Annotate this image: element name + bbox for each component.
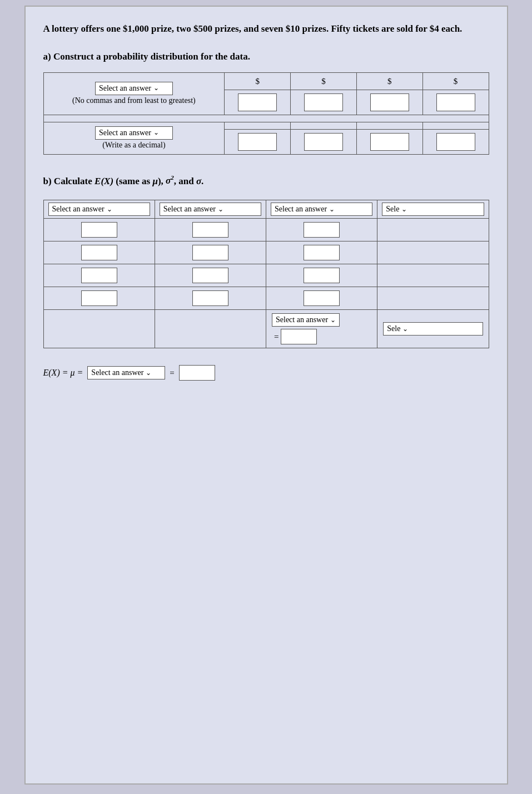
calc-table: Select an answer ⌄ Select an answer ⌄ Se… xyxy=(43,200,489,348)
ex-select-label: Select an answer xyxy=(91,368,143,377)
prob-distribution-table: Select an answer ⌄ (No commas and from l… xyxy=(43,72,489,155)
calc-input-3-2[interactable] xyxy=(192,268,228,283)
calc-select-sum2-wrapper[interactable]: Sele ⌄ xyxy=(383,322,483,336)
calc-d1-c4 xyxy=(377,219,489,241)
calc-select-sum2-label: Sele xyxy=(387,324,400,333)
calc-select-3-label: Select an answer xyxy=(275,205,327,214)
calc-select-3-chevron: ⌄ xyxy=(329,205,335,214)
part-b-prefix: b) Calculate xyxy=(43,175,95,186)
calc-select-sum-label: Select an answer xyxy=(276,315,328,324)
calc-input-1-1[interactable] xyxy=(81,222,117,238)
part-a-section: a) Construct a probability distribution … xyxy=(43,51,489,155)
select-x-chevron: ⌄ xyxy=(153,84,159,92)
calc-input-2-3[interactable] xyxy=(304,245,340,260)
dollar-sign-4: $ xyxy=(454,77,458,86)
x-input-4[interactable] xyxy=(436,93,475,111)
calc-data-row-1 xyxy=(43,219,489,241)
calc-header-4: Sele ⌄ xyxy=(377,200,489,219)
calc-d4-c2 xyxy=(155,287,266,310)
calc-select-4-label: Sele xyxy=(386,205,399,214)
x-input-3-cell xyxy=(356,90,422,115)
dollar-2-cell: $ xyxy=(291,72,357,90)
calc-input-4-3[interactable] xyxy=(304,290,340,306)
px-input-4[interactable] xyxy=(436,133,475,151)
calc-header-1: Select an answer ⌄ xyxy=(43,200,155,219)
calc-d4-c1 xyxy=(43,287,155,310)
select-x-wrapper[interactable]: Select an answer ⌄ xyxy=(95,82,173,95)
table-row-header-x: Select an answer ⌄ (No commas and from l… xyxy=(43,72,489,90)
calc-sum-c1 xyxy=(43,310,155,348)
calc-select-1-wrapper[interactable]: Select an answer ⌄ xyxy=(48,203,150,216)
calc-input-4-2[interactable] xyxy=(192,290,228,306)
px-spacer-2 xyxy=(291,122,357,129)
part-b-s3: , and xyxy=(174,175,196,186)
ex-select-chevron: ⌄ xyxy=(146,369,151,377)
select-px-chevron: ⌄ xyxy=(153,129,159,137)
px-input-3-cell xyxy=(356,129,422,154)
calc-sum-c3: Select an answer ⌄ = xyxy=(266,310,377,348)
calc-select-4-wrapper[interactable]: Sele ⌄ xyxy=(382,203,484,216)
calc-select-2-label: Select an answer xyxy=(163,205,216,214)
calc-data-row-3 xyxy=(43,264,489,287)
select-px-label: Select an answer xyxy=(99,129,151,137)
calc-data-row-4 xyxy=(43,287,489,310)
calc-select-1-chevron: ⌄ xyxy=(107,205,112,214)
calc-input-3-3[interactable] xyxy=(304,268,340,283)
separator-row xyxy=(43,115,489,122)
x-input-1-cell xyxy=(225,90,291,115)
part-b-sigma: σ xyxy=(196,175,201,186)
px-input-3[interactable] xyxy=(370,133,409,151)
ex-result-row: E(X) = μ = Select an answer ⌄ = xyxy=(43,365,489,381)
calc-d1-c2 xyxy=(155,219,266,241)
no-commas-label: (No commas and from least to greatest) xyxy=(48,95,220,106)
select-px-wrapper[interactable]: Select an answer ⌄ xyxy=(95,126,173,140)
px-input-1[interactable] xyxy=(238,133,277,151)
calc-select-2-wrapper[interactable]: Select an answer ⌄ xyxy=(160,203,261,216)
ex-equals: = xyxy=(170,368,174,378)
ex-result-input[interactable] xyxy=(179,365,215,381)
calc-d4-c4 xyxy=(377,287,489,310)
dollar-3-cell: $ xyxy=(356,72,422,90)
dollar-4-cell: $ xyxy=(422,72,489,90)
sum-input[interactable] xyxy=(281,329,317,344)
sum-equals-sign: = xyxy=(274,332,279,342)
calc-input-1-3[interactable] xyxy=(304,222,340,238)
calc-header-row: Select an answer ⌄ Select an answer ⌄ Se… xyxy=(43,200,489,219)
calc-sum-c4: Sele ⌄ xyxy=(377,310,489,348)
calc-input-2-2[interactable] xyxy=(192,245,228,260)
px-label-cell: Select an answer ⌄ (Write as a decimal) xyxy=(43,122,225,154)
write-decimal-label: (Write as a decimal) xyxy=(48,140,220,151)
calc-select-2-chevron: ⌄ xyxy=(218,205,223,214)
x-input-2-cell xyxy=(291,90,357,115)
part-b-sigma2: σ2 xyxy=(166,175,174,186)
dollar-sign-3: $ xyxy=(387,77,392,86)
x-input-1[interactable] xyxy=(238,93,277,111)
ex-select-wrapper[interactable]: Select an answer ⌄ xyxy=(87,366,165,379)
sum-c3-content: Select an answer ⌄ = xyxy=(272,313,371,344)
calc-d3-c2 xyxy=(155,264,266,287)
calc-input-4-1[interactable] xyxy=(81,290,117,306)
calc-d3-c1 xyxy=(43,264,155,287)
x-input-3[interactable] xyxy=(370,93,409,111)
px-spacer-4 xyxy=(422,122,489,129)
calc-input-2-1[interactable] xyxy=(81,245,117,260)
calc-select-3-wrapper[interactable]: Select an answer ⌄ xyxy=(271,203,372,216)
calc-d2-c4 xyxy=(377,241,489,264)
calc-d2-c1 xyxy=(43,241,155,264)
calc-input-1-2[interactable] xyxy=(192,222,228,238)
calc-select-sum-wrapper[interactable]: Select an answer ⌄ xyxy=(272,313,340,327)
calc-header-3: Select an answer ⌄ xyxy=(266,200,377,219)
table-row-header-px: Select an answer ⌄ (Write as a decimal) xyxy=(43,122,489,129)
x-input-2[interactable] xyxy=(304,93,343,111)
px-input-2[interactable] xyxy=(304,133,343,151)
calc-d1-c1 xyxy=(43,219,155,241)
calc-select-sum2-chevron: ⌄ xyxy=(402,325,408,333)
calc-data-row-2 xyxy=(43,241,489,264)
calc-input-3-1[interactable] xyxy=(81,268,117,283)
dollar-sign-1: $ xyxy=(255,77,260,86)
dollar-1-cell: $ xyxy=(225,72,291,90)
part-b-mu: μ xyxy=(152,175,157,186)
px-spacer-1 xyxy=(225,122,291,129)
calc-d1-c3 xyxy=(266,219,377,241)
px-input-4-cell xyxy=(422,129,489,154)
